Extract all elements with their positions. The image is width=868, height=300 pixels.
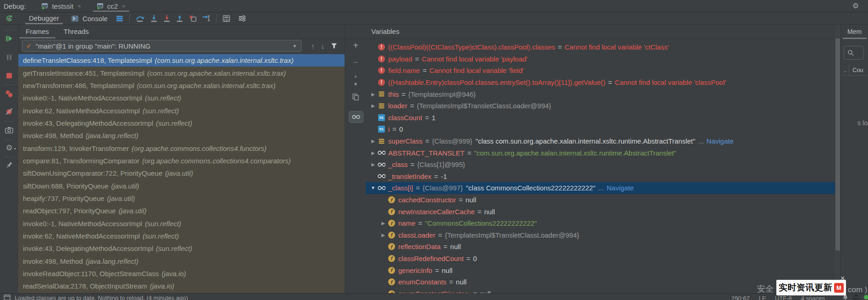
force-step-into-icon[interactable] (160, 13, 173, 24)
next-frame-icon[interactable]: ↓ (321, 42, 325, 50)
tab-debugger[interactable]: Debugger (24, 12, 64, 24)
add-watch-icon[interactable]: + (345, 40, 366, 51)
pause-icon[interactable] (0, 54, 18, 61)
prev-frame-icon[interactable]: ↑ (311, 42, 315, 50)
stack-frame[interactable]: invoke:498, Method(java.lang.reflect) (18, 255, 345, 267)
line-ending-widget[interactable]: LF (759, 295, 766, 300)
variable-row[interactable]: ▶loader={TemplatesImpl$TransletClassLoad… (366, 100, 835, 112)
watch-row[interactable]: !field.name=Cannot find local variable '… (366, 65, 835, 77)
caret-position-widget[interactable]: 290:67 (731, 295, 750, 300)
variables-scrollbar[interactable] (835, 25, 841, 293)
drop-frame-icon[interactable] (186, 13, 199, 24)
scrollbar-thumb[interactable] (835, 39, 840, 250)
stop-icon[interactable] (0, 72, 18, 79)
stack-frame[interactable]: heapify:737, PriorityQueue(java.util) (18, 192, 345, 205)
variable-row[interactable]: ▶fname="CommonsCollections22222222222" (366, 217, 835, 229)
stack-frame[interactable]: invoke:43, DelegatingMethodAccessorImpl(… (18, 117, 345, 129)
variables-tree[interactable]: !((ClassPool)((CtClassType)ctClass).clas… (366, 41, 835, 293)
view-breakpoints-icon[interactable] (0, 90, 18, 98)
encoding-widget[interactable]: UTF-8 (775, 295, 792, 300)
move-watch-up-icon[interactable]: ▲ (345, 73, 366, 78)
variable-row[interactable]: fnewInstanceCallerCache=null (366, 206, 835, 217)
variable-row-selected[interactable]: ▼_class[i]={Class@997}"class CommonsColl… (366, 182, 835, 194)
stack-frame[interactable]: newTransformer:486, TemplatesImpl(com.su… (18, 79, 345, 92)
pin-icon[interactable] (0, 161, 18, 169)
run-to-cursor-icon[interactable] (199, 13, 213, 24)
navigate-link[interactable]: Navigate (607, 184, 634, 192)
close-icon[interactable]: × (77, 3, 81, 10)
stack-frame[interactable]: invoke0:-1, NativeMethodAccessorImpl(sun… (18, 92, 345, 104)
variable-row[interactable]: ▶_class={Class[1]@995} (366, 159, 835, 171)
watch-row[interactable]: !payload=Cannot find local variable 'pay… (366, 53, 835, 65)
mute-breakpoints-icon[interactable] (0, 107, 18, 116)
variable-row[interactable]: _transletIndex=-1 (366, 171, 835, 183)
watermark-close-icon[interactable]: × (841, 274, 845, 283)
stack-frame[interactable]: siftDown:688, PriorityQueue(java.util) (18, 179, 345, 192)
chevron-down-icon[interactable]: ▼ (369, 185, 377, 190)
step-into-icon[interactable] (148, 13, 160, 24)
step-out-icon[interactable] (173, 13, 186, 24)
settings-sliders-icon[interactable] (236, 13, 249, 24)
chevron-right-icon[interactable]: ▶ (369, 162, 377, 167)
stack-frame[interactable]: invoke:498, Method(java.lang.reflect) (18, 129, 345, 142)
stack-frame[interactable]: readSerialData:2178, ObjectInputStream(j… (18, 280, 345, 292)
variable-row[interactable]: ▶ABSTRACT_TRANSLET="com.sun.org.apache.x… (366, 147, 835, 159)
variable-row[interactable]: ▶this={TemplatesImpl@946} (366, 88, 835, 100)
stack-frame[interactable]: getTransletInstance:451, TemplatesImpl(c… (18, 67, 345, 79)
chevron-right-icon[interactable]: ▶ (369, 103, 377, 108)
debugger-settings-gear-icon[interactable]: ⚙▾ (0, 144, 18, 152)
navigate-link[interactable]: Navigate (707, 137, 734, 145)
tab-threads[interactable]: Threads (56, 25, 96, 39)
variable-row[interactable]: fcachedConstructor=null (366, 194, 835, 206)
watch-row[interactable]: !((Hashtable.Entry)classPool.classes.ent… (366, 77, 835, 89)
variable-row[interactable]: 01classCount=1 (366, 112, 835, 124)
stack-frame[interactable]: readObject:797, PriorityQueue(java.util) (18, 205, 345, 217)
chevron-right-icon[interactable]: ▶ (369, 139, 377, 144)
watch-row[interactable]: !((ClassPool)((CtClassType)ctClass).clas… (366, 41, 835, 53)
stack-frame[interactable]: invoke:43, DelegatingMethodAccessorImpl(… (18, 242, 345, 255)
rerun-icon[interactable] (3, 13, 16, 24)
resume-icon[interactable] (0, 35, 18, 42)
remove-watch-icon[interactable]: − (345, 58, 366, 67)
step-over-icon[interactable] (133, 13, 148, 24)
stack-frame[interactable]: compare:81, TransformingComparator(org.a… (18, 155, 345, 167)
chevron-right-icon[interactable]: ▶ (379, 221, 387, 226)
debug-session-tab-cc2[interactable]: cc2 × (92, 0, 130, 12)
variable-row[interactable]: freflectionData=null (366, 241, 835, 253)
chevron-right-icon[interactable]: ▶ (369, 92, 377, 97)
stack-frames-list[interactable]: defineTransletClasses:418, TemplatesImpl… (18, 54, 345, 293)
thread-selector-dropdown[interactable]: ✓ "main"@1 in group "main": RUNNING ▼ (22, 40, 302, 52)
tab-console[interactable]: Console (71, 15, 108, 22)
evaluate-expression-icon[interactable] (220, 13, 233, 24)
stack-frame[interactable]: siftDownUsingComparator:722, PriorityQue… (18, 167, 345, 179)
variable-row[interactable]: fgenericInfo=null (366, 264, 835, 276)
column-count[interactable]: Cou (849, 67, 863, 73)
show-watches-toggle[interactable] (349, 111, 363, 123)
indent-widget[interactable]: 4 spaces (801, 295, 825, 300)
stack-frame[interactable]: invokeReadObject:1170, ObjectStreamClass… (18, 267, 345, 280)
variable-row[interactable]: 01i=0 (366, 123, 835, 135)
hat-icon[interactable] (852, 294, 860, 300)
chevron-right-icon[interactable]: ▶ (369, 150, 377, 156)
close-icon[interactable]: × (122, 3, 126, 10)
copy-icon[interactable] (345, 94, 366, 100)
variable-row[interactable]: ▶superClass={Class@999}"class com.sun.or… (366, 135, 835, 147)
move-watch-down-icon[interactable]: ▼ (345, 82, 366, 87)
memory-search-button[interactable] (844, 46, 864, 60)
thread-dump-camera-icon[interactable] (0, 127, 18, 133)
gear-icon[interactable]: ⚙ (852, 1, 859, 11)
stack-frame[interactable]: defineTransletClasses:418, TemplatesImpl… (18, 54, 345, 67)
stack-frame[interactable]: invoke0:-1, NativeMethodAccessorImpl(sun… (18, 217, 345, 229)
chevron-right-icon[interactable]: ▶ (379, 233, 387, 238)
variable-row[interactable]: fclassRedefinedCount=0 (366, 253, 835, 265)
column-class[interactable]: .. (841, 67, 849, 73)
chevron-down-icon[interactable]: ▼ (292, 44, 297, 49)
debug-session-tab-testssit[interactable]: testssit × (37, 0, 85, 12)
layout-menu-icon[interactable] (113, 13, 126, 24)
hide-frames-filter-icon[interactable] (331, 43, 337, 49)
variable-row[interactable]: ▶fclassLoader={TemplatesImpl$TransletCla… (366, 229, 835, 241)
stack-frame[interactable]: transform:129, InvokerTransformer(org.ap… (18, 142, 345, 154)
tab-frames[interactable]: Frames (18, 25, 56, 39)
stack-frame[interactable]: invoke:62, NativeMethodAccessorImpl(sun.… (18, 104, 345, 117)
stack-frame[interactable]: invoke:62, NativeMethodAccessorImpl(sun.… (18, 230, 345, 242)
